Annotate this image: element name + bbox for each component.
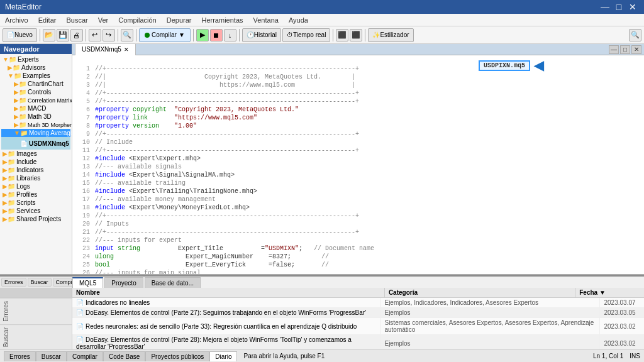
nav-macd[interactable]: ▶📁 MACD (1, 104, 70, 112)
menu-archivo[interactable]: Archivo (0, 15, 33, 25)
toolbar-separator-3 (118, 29, 118, 41)
table-row[interactable]: 📄DoEasy. Elementos de control (Parte 28)… (72, 335, 644, 350)
folder-icon: ▶📁 (14, 97, 26, 104)
side-panel-buscar-tab[interactable]: Buscar (0, 324, 72, 349)
line-num: 1 (75, 65, 90, 73)
tb-icon-1[interactable]: ⬛ (336, 29, 348, 41)
code-line-20: // Inputs (95, 221, 129, 228)
compile-button[interactable]: Compilar ▼ (139, 28, 191, 42)
nav-libraries[interactable]: ▶📁 Libraries (1, 174, 70, 182)
bottom-tab-mql5[interactable]: MQL5 (72, 277, 103, 288)
folder-icon: ▶📁 (3, 207, 15, 214)
status-ins: INS (630, 353, 640, 359)
line-num: 20 (75, 220, 90, 228)
nav-math3d-morpher[interactable]: ▶📁 Math 3D Morpher (1, 121, 70, 129)
nav-usdmxn[interactable]: 📄 USDMXNmq5 ← (1, 137, 70, 150)
close-button[interactable]: ✕ (626, 1, 639, 13)
nav-profiles[interactable]: ▶📁 Profiles (1, 190, 70, 199)
toolbar-separator-6 (239, 29, 240, 41)
search-icon[interactable]: 🔍 (629, 29, 641, 41)
nav-include[interactable]: ▶📁 Include (1, 158, 70, 166)
nav-services[interactable]: ▶📁 Services (1, 207, 70, 215)
find-icon[interactable]: 🔍 (121, 29, 133, 41)
status-tab-errores[interactable]: Errores (4, 351, 36, 361)
table-row[interactable]: 📄Redes neuronales: así de sencillo (Part… (72, 318, 644, 335)
estilizador-button[interactable]: ✨ Estilizador (368, 28, 413, 42)
tab-label: USDMXNmq5 (82, 46, 121, 53)
status-tabs: Errores Buscar Compilar Code Base Proyec… (4, 351, 237, 361)
status-tab-proyectos[interactable]: Proyectos públicos (145, 351, 209, 361)
compile-icon (145, 33, 150, 38)
folder-icon: ▶📁 (8, 64, 20, 71)
status-position: Ln 1, Col 1 (593, 353, 623, 359)
nav-math3d[interactable]: ▶📁 Math 3D (1, 112, 70, 121)
tiempo-real-button[interactable]: ⏱ Tiempo real (282, 28, 330, 42)
menu-ventana[interactable]: Ventana (248, 15, 284, 25)
menu-depurar[interactable]: Depurar (162, 15, 197, 25)
menu-ver[interactable]: Ver (93, 15, 114, 25)
bottom-table-content: 📄Indicadores no lineales Ejemplos, Indic… (72, 298, 644, 349)
nav-chartinchart[interactable]: ▶📁 ChartinChart (1, 80, 70, 88)
code-line-11: //+-------------------------------------… (95, 147, 359, 154)
line-num: 10 (75, 138, 90, 146)
nav-advisors[interactable]: ▶📁 Advisors (1, 63, 70, 72)
navigator-panel: Navegador ▼📁 Experts ▶📁 Advisors ▼📁 Exam… (0, 44, 72, 274)
nav-experts[interactable]: ▼📁 Experts (1, 55, 70, 63)
undo-icon[interactable]: ↩ (89, 29, 101, 41)
status-tab-buscar[interactable]: Buscar (36, 351, 67, 361)
maximize-button[interactable]: □ (613, 1, 625, 13)
bottom-tab-proyecto[interactable]: Proyecto (104, 277, 143, 288)
nav-controls[interactable]: ▶📁 Controls (1, 88, 70, 96)
minimize-button[interactable]: — (599, 1, 611, 13)
stop-icon[interactable]: ⏹ (210, 29, 223, 41)
code-content[interactable]: 1//+------------------------------------… (72, 55, 644, 274)
nav-images[interactable]: ▶📁 Images (1, 150, 70, 158)
side-panel-errores[interactable]: Errores (1, 278, 26, 287)
step-icon[interactable]: ↓ (224, 29, 236, 41)
editor-maximize-button[interactable]: □ (620, 45, 630, 54)
status-tab-codebase[interactable]: Code Base (103, 351, 145, 361)
print-icon[interactable]: 🖨 (70, 29, 83, 41)
line-num: 23 (75, 244, 90, 253)
table-row[interactable]: 📄Indicadores no lineales Ejemplos, Indic… (72, 298, 644, 308)
line-num: 17 (75, 195, 90, 204)
folder-icon: ▼📁 (8, 72, 21, 79)
folder-icon: ▶📁 (3, 175, 15, 182)
nav-scripts[interactable]: ▶📁 Scripts (1, 199, 70, 207)
line-num: 26 (75, 269, 90, 274)
bottom-tab-base-datos[interactable]: Base de dato... (145, 277, 201, 288)
menu-editar[interactable]: Editar (33, 15, 62, 25)
code-editor[interactable]: USDPIXN.mq5 ◀ 1//+----------------------… (72, 55, 644, 274)
table-row[interactable]: 📄DoEasy. Elementos de control (Parte 27)… (72, 308, 644, 318)
nav-shared-projects[interactable]: ▶📁 Shared Projects (1, 215, 70, 223)
status-tab-compilar[interactable]: Compilar (67, 351, 103, 361)
side-panel-errores-tab[interactable]: Errores (0, 298, 72, 324)
open-icon[interactable]: 📂 (43, 29, 55, 41)
menu-compilacion[interactable]: Compilación (113, 15, 162, 25)
save-icon[interactable]: 💾 (57, 29, 69, 41)
status-tab-diario[interactable]: Diario (209, 351, 237, 361)
editor-tab-usdmxn[interactable]: USDMXNmq5 ✕ (75, 44, 136, 55)
historial-button[interactable]: 🕐 Historial (242, 28, 281, 42)
editor-minimize-button[interactable]: — (609, 45, 619, 54)
line-num: 21 (75, 228, 90, 236)
nav-correlation[interactable]: ▶📁 Correlation Matrix 3C (1, 96, 70, 104)
nav-examples[interactable]: ▼📁 Examples (1, 72, 70, 80)
nav-moving-average[interactable]: ▼📁 Moving Average (1, 129, 70, 137)
status-bar: Errores Buscar Compilar Code Base Proyec… (0, 349, 644, 362)
redo-icon[interactable]: ↪ (103, 29, 115, 41)
editor-close-button[interactable]: ✕ (631, 45, 641, 54)
run-icon[interactable]: ▶ (196, 29, 209, 41)
tab-close-icon[interactable]: ✕ (124, 47, 129, 53)
side-panel-buscar[interactable]: Buscar (28, 278, 52, 287)
new-button[interactable]: 📄 Nuevo (3, 28, 37, 42)
line-num: 6 (75, 106, 90, 114)
tb-icon-2[interactable]: ⬛ (350, 29, 362, 41)
nav-logs[interactable]: ▶📁 Logs (1, 182, 70, 190)
menu-buscar[interactable]: Buscar (61, 15, 92, 25)
new-icon: 📄 (7, 31, 14, 38)
menu-herramientas[interactable]: Herramientas (196, 15, 248, 25)
menu-ayuda[interactable]: Ayuda (284, 15, 313, 25)
line-num: 9 (75, 130, 90, 138)
nav-indicators[interactable]: ▶📁 Indicators (1, 166, 70, 174)
